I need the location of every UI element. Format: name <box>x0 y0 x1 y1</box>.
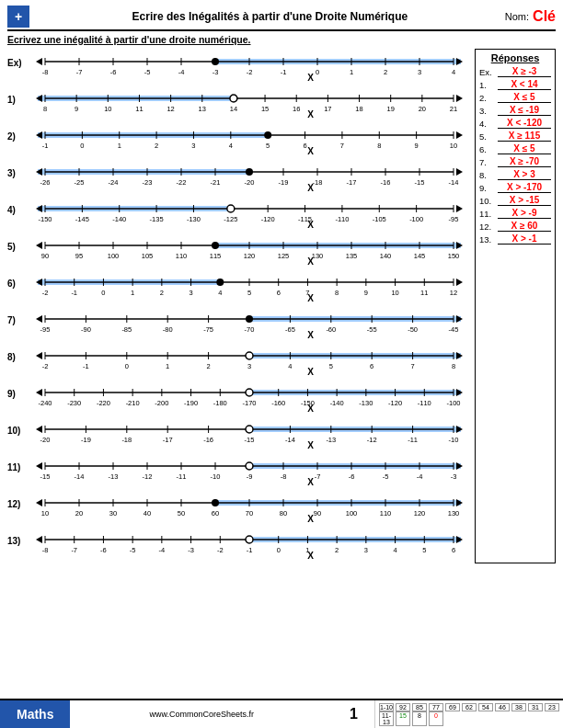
svg-text:20: 20 <box>75 509 83 518</box>
answer-num: 12. <box>479 222 498 232</box>
svg-text:-6: -6 <box>349 472 355 481</box>
problem-row: 4)-150-145-140-135-130-125-120-115-110-1… <box>7 196 471 231</box>
svg-text:-2: -2 <box>247 68 253 76</box>
number-line-container: -26-25-24-23-22-21-20-19-18-17-16-15-14X <box>28 159 471 194</box>
svg-text:7: 7 <box>340 142 344 150</box>
svg-point-280 <box>246 352 253 359</box>
svg-text:-6: -6 <box>110 68 117 76</box>
problem-number: 9) <box>7 380 28 399</box>
svg-text:-4: -4 <box>178 68 185 76</box>
svg-text:1: 1 <box>131 289 134 297</box>
svg-text:-170: -170 <box>242 399 256 407</box>
svg-text:1: 1 <box>350 68 353 76</box>
problem-number: 6) <box>7 269 28 289</box>
svg-text:-80: -80 <box>163 325 173 334</box>
svg-text:-60: -60 <box>326 325 336 334</box>
svg-text:-3: -3 <box>188 546 194 554</box>
header-icon: + <box>7 6 29 28</box>
svg-text:16: 16 <box>293 105 300 113</box>
svg-text:-12: -12 <box>367 436 377 444</box>
svg-text:2: 2 <box>384 68 387 76</box>
svg-text:-230: -230 <box>67 399 81 407</box>
score-cell: 69 <box>445 703 460 711</box>
answer-val: X < 14 <box>498 79 551 90</box>
svg-text:-120: -120 <box>261 215 275 223</box>
svg-text:4: 4 <box>218 289 222 297</box>
svg-text:-18: -18 <box>313 178 323 187</box>
svg-text:-1: -1 <box>42 142 49 150</box>
problem-row: 13)-8-7-6-5-4-3-2-10123456X <box>7 527 471 562</box>
svg-text:-12: -12 <box>143 472 153 481</box>
svg-text:115: 115 <box>210 252 222 260</box>
svg-text:2: 2 <box>335 546 339 554</box>
problem-number: 11) <box>7 453 28 472</box>
svg-text:-16: -16 <box>203 436 213 444</box>
problem-row: 10)-20-19-18-17-16-15-14-13-12-11-10X <box>7 416 471 451</box>
svg-text:-20: -20 <box>40 436 51 444</box>
svg-text:-45: -45 <box>449 325 459 334</box>
score-row-2: 11-131580 <box>379 711 559 726</box>
number-line-svg: -26-25-24-23-22-21-20-19-18-17-16-15-14X <box>28 159 471 192</box>
svg-text:7: 7 <box>411 362 415 370</box>
svg-text:3: 3 <box>247 362 251 370</box>
svg-text:-14: -14 <box>449 178 459 187</box>
answer-item: 10.X > -15 <box>479 195 551 206</box>
svg-text:10: 10 <box>41 509 49 518</box>
answer-item: 2.X ≤ 5 <box>479 92 551 103</box>
number-line-container: -150-145-140-135-130-125-120-115-110-105… <box>28 196 471 231</box>
answer-item: 8.X > 3 <box>479 169 551 180</box>
svg-text:-2: -2 <box>217 546 224 554</box>
svg-point-376 <box>246 462 253 470</box>
svg-point-94 <box>264 131 271 139</box>
footer-subject: Maths <box>0 700 70 728</box>
problem-number: 8) <box>7 343 28 362</box>
svg-marker-320 <box>36 426 42 433</box>
score-cell: 85 <box>412 703 427 711</box>
svg-text:-26: -26 <box>40 178 51 187</box>
svg-text:9: 9 <box>364 289 368 297</box>
number-line-container: 102030405060708090100110120130X <box>28 490 471 525</box>
page: + Ecrire des Inégalités à partir d'une D… <box>0 0 563 728</box>
problem-row: 11)-15-14-13-12-11-10-9-8-7-6-5-4-3X <box>7 453 471 488</box>
svg-text:5: 5 <box>422 546 426 554</box>
svg-text:4: 4 <box>229 142 233 150</box>
score-cell: 8 <box>412 711 427 726</box>
answer-val: X ≤ -19 <box>498 105 551 116</box>
number-line-container: -240-230-220-210-200-190-180-170-160-150… <box>28 380 471 415</box>
answer-item: 4.X < -120 <box>479 118 551 129</box>
svg-text:-200: -200 <box>155 399 168 407</box>
svg-text:-145: -145 <box>75 215 89 223</box>
number-line-svg: -2-1012345678X <box>28 343 471 376</box>
score-cell: 46 <box>495 703 510 711</box>
number-line-container: 89101112131415161718192021X <box>28 85 471 120</box>
svg-text:-15: -15 <box>245 436 255 444</box>
problem-row: 9)-240-230-220-210-200-190-180-170-160-1… <box>7 380 471 415</box>
problem-number: 1) <box>7 85 28 105</box>
svg-text:11: 11 <box>420 289 428 297</box>
svg-text:-7: -7 <box>76 68 83 76</box>
svg-marker-412 <box>36 536 42 543</box>
svg-text:9: 9 <box>75 105 78 113</box>
score-cell: 54 <box>478 703 493 711</box>
svg-text:-130: -130 <box>187 215 201 223</box>
svg-text:-1: -1 <box>71 289 77 297</box>
svg-text:-95: -95 <box>449 215 459 223</box>
svg-text:-210: -210 <box>126 399 140 407</box>
problem-row: 5)9095100105110115120125130135140145150X <box>7 233 471 267</box>
score-cell: 31 <box>528 703 543 711</box>
svg-text:-150: -150 <box>38 215 52 223</box>
problem-number: Ex) <box>7 49 28 68</box>
score-row-1: 1-1092857769625446383123 <box>379 703 559 711</box>
score-cell: 77 <box>429 703 443 711</box>
svg-marker-284 <box>36 389 42 396</box>
svg-text:-100: -100 <box>446 399 460 407</box>
number-line-svg: -8-7-6-5-4-3-2-10123456X <box>28 527 471 560</box>
answer-val: X > -9 <box>498 208 551 219</box>
answer-item: 11.X > -9 <box>479 208 551 219</box>
answer-num: Ex. <box>479 67 498 77</box>
svg-marker-35 <box>456 95 463 102</box>
svg-text:8: 8 <box>43 105 47 113</box>
score-label: 1-10 <box>379 703 394 711</box>
svg-text:-5: -5 <box>383 472 389 481</box>
svg-text:-11: -11 <box>408 436 418 444</box>
